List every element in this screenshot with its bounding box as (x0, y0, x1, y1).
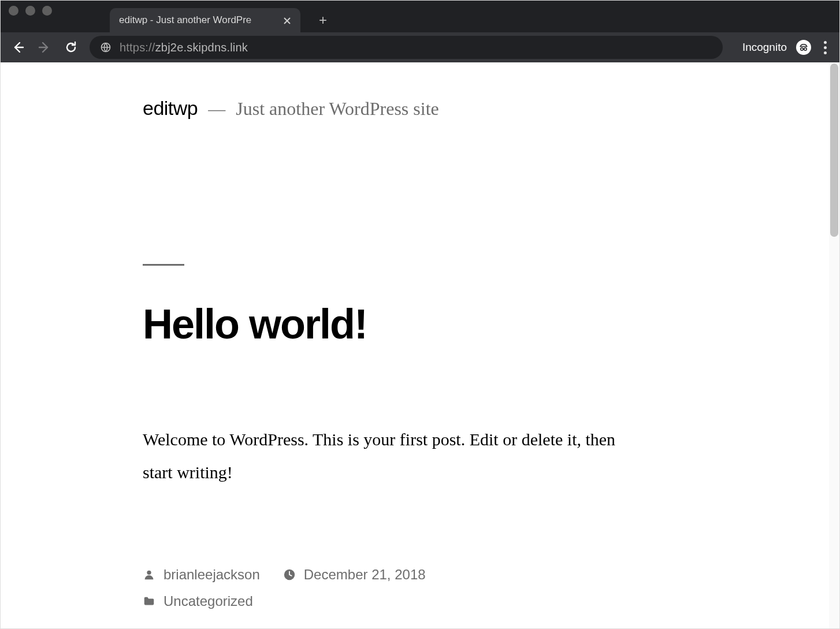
toolbar-right: Incognito (742, 40, 830, 55)
post-body: Welcome to WordPress. This is your first… (143, 423, 634, 489)
svg-point-6 (147, 571, 151, 575)
post-author-name: brianleejackson (163, 567, 260, 583)
new-tab-button[interactable]: + (311, 8, 335, 32)
browser-menu-button[interactable] (820, 41, 830, 54)
post-date-text: December 21, 2018 (304, 567, 426, 583)
close-window-button[interactable] (9, 6, 18, 16)
plus-icon: + (319, 13, 327, 27)
page-viewport: editwp — Just another WordPress site Hel… (1, 62, 839, 628)
post-category-text: Uncategorized (163, 593, 253, 609)
browser-chrome: editwp - Just another WordPre + https://… (1, 1, 839, 62)
minimize-window-button[interactable] (25, 6, 35, 16)
back-button[interactable] (10, 39, 26, 55)
browser-tab[interactable]: editwp - Just another WordPre (110, 8, 300, 32)
address-bar[interactable]: https://zbj2e.skipdns.link (90, 36, 723, 59)
site-title-link[interactable]: editwp (143, 97, 198, 120)
post-category[interactable]: Uncategorized (143, 593, 253, 609)
incognito-icon (796, 40, 811, 55)
window-controls (9, 1, 52, 32)
svg-point-3 (801, 48, 804, 51)
globe-icon (100, 42, 111, 53)
tab-bar: editwp - Just another WordPre + (1, 1, 839, 32)
post-meta: brianleejackson December 21, 2018 Uncate… (143, 567, 642, 609)
site-title-dash: — (208, 99, 225, 119)
page-content: editwp — Just another WordPress site Hel… (1, 62, 642, 628)
close-tab-button[interactable] (283, 16, 291, 24)
post: Hello world! Welcome to WordPress. This … (143, 264, 642, 609)
maximize-window-button[interactable] (42, 6, 52, 16)
scrollbar-thumb[interactable] (830, 64, 838, 237)
person-icon (143, 568, 155, 581)
site-header: editwp — Just another WordPress site (143, 97, 642, 120)
url-text: https://zbj2e.skipdns.link (120, 41, 248, 54)
tab-title: editwp - Just another WordPre (119, 14, 277, 26)
reload-button[interactable] (63, 39, 79, 55)
forward-button[interactable] (36, 39, 53, 55)
scrollbar[interactable] (829, 62, 839, 628)
folder-icon (143, 595, 155, 608)
toolbar: https://zbj2e.skipdns.link Incognito (1, 32, 839, 62)
clock-icon (283, 568, 296, 581)
post-rule (143, 264, 184, 266)
svg-point-4 (804, 48, 807, 51)
incognito-label: Incognito (742, 41, 787, 54)
post-author[interactable]: brianleejackson (143, 567, 260, 583)
site-tagline: Just another WordPress site (236, 98, 438, 120)
post-title-link[interactable]: Hello world! (143, 300, 642, 348)
post-date[interactable]: December 21, 2018 (283, 567, 426, 583)
